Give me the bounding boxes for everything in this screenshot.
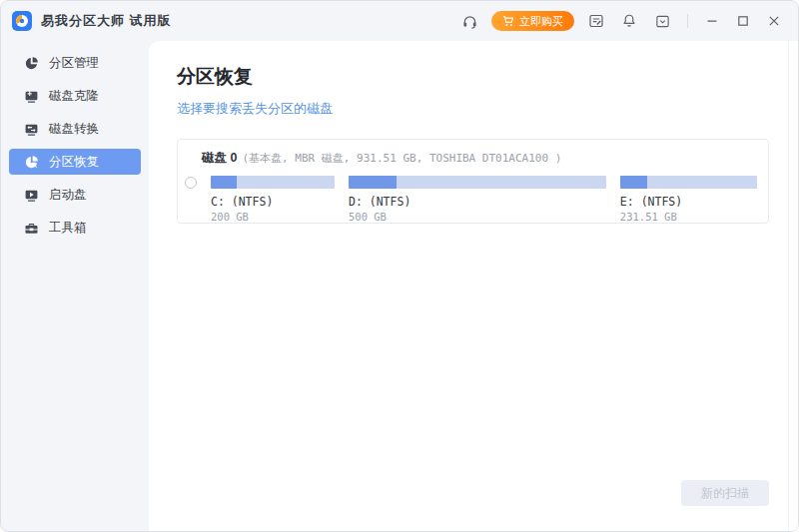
- titlebar: 易我分区大师 试用版 立即购买: [1, 1, 798, 41]
- partition-c-label: C: (NTFS): [211, 195, 335, 209]
- partition-recovery-icon: [23, 154, 39, 170]
- partition-e-used: [620, 176, 647, 189]
- sidebar-item-partition-management[interactable]: 分区管理: [9, 50, 141, 76]
- sidebar: 分区管理 磁盘克隆 磁盘转换: [1, 41, 149, 531]
- partition-bars: C: (NTFS) 200 GB D: (NTFS) 500 GB E: (NT…: [211, 176, 757, 223]
- disk-convert-icon: [23, 121, 39, 137]
- partition-d-size: 500 GB: [349, 211, 606, 223]
- sidebar-item-label: 磁盘克隆: [49, 88, 99, 105]
- pie-chart-icon: [23, 55, 39, 71]
- page-subtitle: 选择要搜索丢失分区的磁盘: [177, 100, 769, 118]
- minimize-button[interactable]: [702, 11, 722, 31]
- feedback-note-icon[interactable]: [585, 10, 607, 32]
- app-logo-icon: [12, 11, 32, 31]
- page-title: 分区恢复: [177, 64, 769, 90]
- sidebar-item-label: 磁盘转换: [49, 121, 99, 138]
- partition-c[interactable]: C: (NTFS) 200 GB: [211, 176, 335, 223]
- scrollbar-track[interactable]: [788, 41, 789, 531]
- partition-c-used: [211, 176, 237, 189]
- app-title: 易我分区大师 试用版: [41, 12, 172, 30]
- sidebar-item-toolbox[interactable]: 工具箱: [9, 215, 141, 241]
- main-content: 分区恢复 选择要搜索丢失分区的磁盘 磁盘 0 (基本盘, MBR 磁盘, 931…: [149, 41, 798, 531]
- titlebar-actions: 立即购买: [458, 10, 784, 32]
- version-dropdown-icon[interactable]: [651, 10, 673, 32]
- disk-clone-icon: [23, 88, 39, 104]
- sidebar-item-label: 分区管理: [49, 55, 99, 72]
- app-window: 易我分区大师 试用版 立即购买: [0, 0, 799, 532]
- notifications-bell-icon[interactable]: [618, 10, 640, 32]
- partition-e-size: 231.51 GB: [620, 211, 757, 223]
- sidebar-item-disk-convert[interactable]: 磁盘转换: [9, 116, 141, 142]
- new-scan-button[interactable]: 新的扫描: [681, 480, 769, 506]
- partition-d-label: D: (NTFS): [349, 195, 606, 209]
- partition-e-bar: [620, 176, 757, 189]
- close-button[interactable]: [764, 11, 784, 31]
- sidebar-item-label: 分区恢复: [49, 154, 99, 171]
- disk-details: (基本盘, MBR 磁盘, 931.51 GB, TOSHIBA DT01ACA…: [242, 151, 561, 166]
- partition-c-size: 200 GB: [211, 211, 335, 223]
- cart-icon: [502, 15, 514, 27]
- sidebar-item-boot-disk[interactable]: 启动盘: [9, 182, 141, 208]
- disk-panel[interactable]: 磁盘 0 (基本盘, MBR 磁盘, 931.51 GB, TOSHIBA DT…: [177, 139, 769, 224]
- buy-now-label: 立即购买: [519, 14, 563, 29]
- partition-d-used: [349, 176, 397, 189]
- support-headset-icon[interactable]: [458, 10, 480, 32]
- sidebar-item-partition-recovery[interactable]: 分区恢复: [9, 149, 141, 175]
- partition-c-bar: [211, 176, 335, 189]
- disk-select-radio[interactable]: [185, 177, 197, 189]
- boot-disk-icon: [23, 187, 39, 203]
- buy-now-button[interactable]: 立即购买: [491, 11, 574, 31]
- partition-d-bar: [349, 176, 606, 189]
- disk-body: C: (NTFS) 200 GB D: (NTFS) 500 GB E: (NT…: [178, 176, 757, 223]
- sidebar-item-disk-clone[interactable]: 磁盘克隆: [9, 83, 141, 109]
- disk-name: 磁盘 0: [202, 150, 237, 167]
- toolbox-icon: [23, 220, 39, 236]
- maximize-button[interactable]: [733, 11, 753, 31]
- sidebar-item-label: 工具箱: [49, 220, 87, 237]
- partition-e[interactable]: E: (NTFS) 231.51 GB: [620, 176, 757, 223]
- partition-d[interactable]: D: (NTFS) 500 GB: [349, 176, 606, 223]
- sidebar-item-label: 启动盘: [49, 187, 87, 204]
- titlebar-separator: [687, 14, 688, 28]
- disk-header: 磁盘 0 (基本盘, MBR 磁盘, 931.51 GB, TOSHIBA DT…: [178, 150, 757, 167]
- partition-e-label: E: (NTFS): [620, 195, 757, 209]
